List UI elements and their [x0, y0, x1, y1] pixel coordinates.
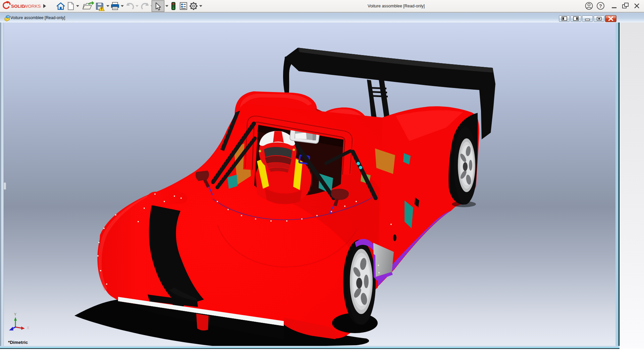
- svg-text:?: ?: [599, 3, 602, 9]
- svg-text:WORKS: WORKS: [24, 4, 41, 9]
- svg-text:SOLID: SOLID: [11, 4, 25, 9]
- svg-text:Y: Y: [14, 312, 16, 316]
- svg-text:X: X: [27, 326, 29, 330]
